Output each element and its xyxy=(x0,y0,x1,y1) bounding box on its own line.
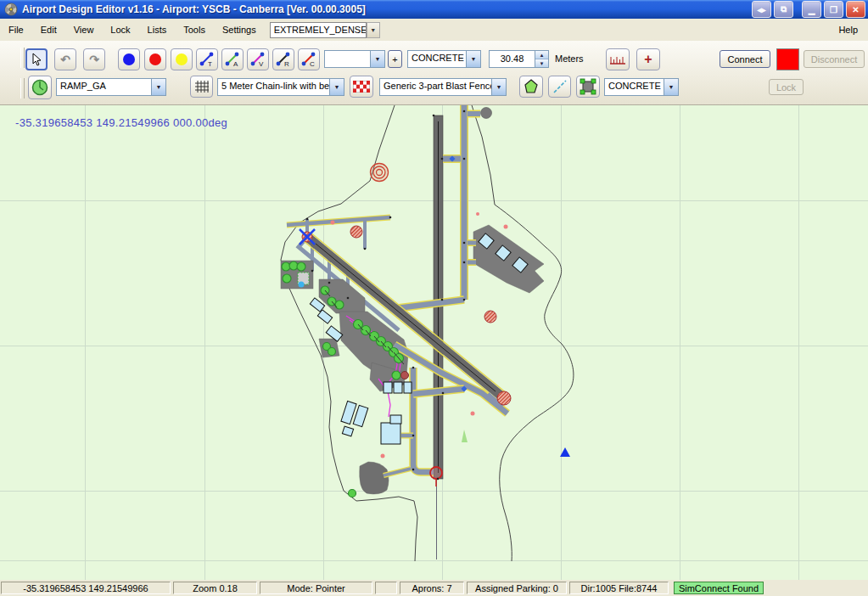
toolbar-grip-2[interactable] xyxy=(20,78,25,98)
menu-help[interactable]: Help xyxy=(828,23,868,37)
svg-text:C: C xyxy=(310,60,315,68)
menu-edit[interactable]: Edit xyxy=(32,23,65,37)
width-spinner[interactable]: 30.48 ▲ ▼ xyxy=(489,50,549,68)
svg-text:V: V xyxy=(259,60,264,68)
chevron-down-icon[interactable]: ▼ xyxy=(664,79,678,95)
pointer-button[interactable] xyxy=(25,48,48,70)
menu-tools[interactable]: Tools xyxy=(175,23,214,37)
connect-button[interactable]: Connect xyxy=(720,50,770,68)
spinner-down-icon[interactable]: ▼ xyxy=(535,59,548,67)
link-line-c-icon: C xyxy=(300,51,317,68)
status-assigned-parking: Assigned Parking: 0 xyxy=(467,582,567,594)
bounds-button[interactable] xyxy=(576,76,600,98)
airport-map[interactable] xyxy=(0,105,868,581)
ruler-icon xyxy=(609,53,626,65)
window-external-button[interactable]: ⧉ xyxy=(774,1,793,18)
material-combo[interactable]: CONCRETE ▼ xyxy=(604,78,679,96)
ruler-button[interactable] xyxy=(606,48,630,70)
surface-combo[interactable]: CONCRETE ▼ xyxy=(407,50,481,68)
undo-button[interactable]: ↶ xyxy=(54,48,76,70)
svg-text:T: T xyxy=(208,60,212,68)
chevron-down-icon: ▼ xyxy=(370,27,376,33)
blast-fence-combo[interactable]: Generic 3-part Blast Fence ▼ xyxy=(379,78,507,96)
yellow-point-button[interactable] xyxy=(171,48,193,70)
taxiway-east[interactable] xyxy=(397,105,492,308)
diagonal-line-icon xyxy=(552,79,568,94)
toolbar-area: ↶ ↷ T A V R xyxy=(0,41,868,105)
menu-view[interactable]: View xyxy=(65,23,103,37)
link-line-r-icon: R xyxy=(275,51,292,68)
parking-spot-icon xyxy=(31,79,48,96)
blue-dot-icon xyxy=(121,52,137,67)
checkerboard-button[interactable] xyxy=(350,76,373,98)
closed-link-c-button[interactable]: C xyxy=(298,48,320,70)
width-unit-label: Meters xyxy=(555,53,584,64)
svg-text:R: R xyxy=(284,60,289,68)
window-title: Airport Design Editor v1.16 - Airport: Y… xyxy=(22,3,749,15)
link-type-combo[interactable]: ▼ xyxy=(324,50,385,68)
ramp-type-combo[interactable]: RAMP_GA ▼ xyxy=(56,78,166,96)
status-dir-file: Dir:1005 File:8744 xyxy=(569,582,669,594)
window-arrows-button[interactable]: ◂▸ xyxy=(752,1,771,18)
redo-icon: ↷ xyxy=(89,53,99,65)
app-icon xyxy=(4,3,18,16)
status-simconnect: SimConnect Found xyxy=(674,582,764,594)
checkerboard-icon xyxy=(353,81,370,93)
red-point-button[interactable] xyxy=(144,48,166,70)
undo-icon: ↶ xyxy=(60,53,70,65)
menu-lock[interactable]: Lock xyxy=(102,23,138,37)
menu-lists[interactable]: Lists xyxy=(139,23,176,37)
windsock-rings-marker xyxy=(371,164,389,182)
runway-link-r-button[interactable]: R xyxy=(272,48,294,70)
link-type-combo-value xyxy=(325,51,370,67)
vehicle-link-v-button[interactable]: V xyxy=(247,48,269,70)
app-window: { "window": { "title": "Airport Design E… xyxy=(0,0,868,596)
density-combo[interactable]: EXTREMELY_DENSE xyxy=(270,22,367,38)
yellow-dot-icon xyxy=(174,52,189,67)
parking-spot-red xyxy=(401,372,409,380)
cone-marker xyxy=(462,430,468,442)
chevron-down-icon[interactable]: ▼ xyxy=(491,79,506,95)
link-line-a-icon: A xyxy=(224,51,241,68)
material-combo-value: CONCRETE xyxy=(605,79,664,95)
disconnect-button[interactable]: Disconnect xyxy=(804,50,865,68)
map-viewport[interactable]: -35.319658453 149.21549966 000.00deg xyxy=(0,104,868,581)
minimize-button[interactable]: ▁ xyxy=(802,1,821,18)
menu-settings[interactable]: Settings xyxy=(214,23,265,37)
fence-type-combo-value: 5 Meter Chain-link with ber xyxy=(218,79,329,95)
add-link-type-button[interactable]: + xyxy=(388,50,402,68)
ramp-type-combo-value: RAMP_GA xyxy=(57,79,151,95)
hatched-marker xyxy=(350,226,362,238)
parking-spot-button[interactable] xyxy=(28,76,52,99)
grid-button[interactable] xyxy=(190,76,213,98)
restore-button[interactable]: ❐ xyxy=(824,1,843,18)
density-combo-arrow[interactable]: ▼ xyxy=(367,22,380,38)
fuel-point xyxy=(299,282,305,288)
red-dot-icon xyxy=(148,52,163,67)
chevron-down-icon[interactable]: ▼ xyxy=(370,51,384,67)
taxiway-link-t-button[interactable]: T xyxy=(196,48,218,70)
add-crossing-button[interactable]: + xyxy=(636,48,660,70)
menu-bar: File Edit View Lock Lists Tools Settings… xyxy=(0,19,868,42)
lock-button[interactable]: Lock xyxy=(769,79,804,95)
redo-button[interactable]: ↷ xyxy=(83,48,105,70)
apron-link-a-button[interactable]: A xyxy=(221,48,244,70)
fence-type-combo[interactable]: 5 Meter Chain-link with ber ▼ xyxy=(217,78,344,96)
toolbar-grip[interactable] xyxy=(20,48,25,68)
close-button[interactable]: ✕ xyxy=(846,1,865,18)
spinner-up-icon[interactable]: ▲ xyxy=(535,51,548,59)
chevron-down-icon[interactable]: ▼ xyxy=(151,79,165,95)
grid-icon xyxy=(194,80,210,93)
chevron-down-icon[interactable]: ▼ xyxy=(329,79,344,95)
menu-file[interactable]: File xyxy=(0,23,32,37)
blue-point-button[interactable] xyxy=(118,48,140,70)
surface-combo-value: CONCRETE xyxy=(408,51,466,67)
status-mode: Mode: Pointer xyxy=(260,582,372,594)
status-coordinates: -35.319658453 149.21549966 xyxy=(1,582,171,594)
line-button[interactable] xyxy=(548,76,571,98)
chevron-down-icon[interactable]: ▼ xyxy=(466,51,480,67)
polygon-button[interactable] xyxy=(519,76,543,98)
selection-bounds-icon xyxy=(580,78,596,95)
status-empty xyxy=(375,582,397,594)
hatched-marker xyxy=(497,391,511,405)
